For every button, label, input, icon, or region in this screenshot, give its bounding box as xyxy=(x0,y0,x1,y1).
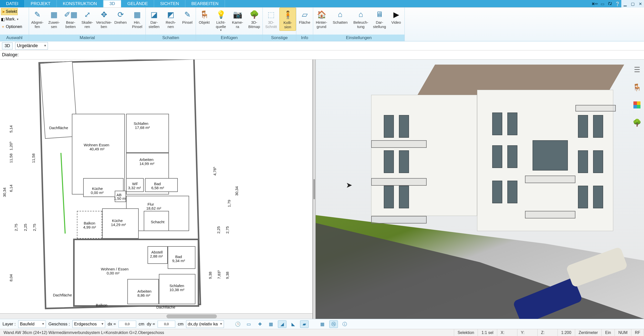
schatten-settings-button[interactable]: ⌂Schatten xyxy=(330,8,350,26)
room-schlafen-1[interactable] xyxy=(126,114,169,153)
optionen-button[interactable]: ＋ Optionen xyxy=(1,23,22,30)
view-splitter[interactable] xyxy=(313,60,316,319)
tree-icon[interactable]: 🌳 xyxy=(632,118,642,128)
balcony xyxy=(371,216,427,223)
window xyxy=(507,113,517,135)
hinpinsel-button[interactable]: ▦Hin. Pinsel xyxy=(129,8,145,30)
tab-datei[interactable]: DATEI xyxy=(0,0,25,7)
bearbeiten-button[interactable]: ✐▦Bear- beiten xyxy=(62,8,79,30)
wohnen2-area: 0,00 m² xyxy=(107,271,120,275)
flaeche-button[interactable]: ▱Fläche xyxy=(296,8,313,26)
beleuchtung-label: Beleuch- tung xyxy=(353,20,368,29)
hintergrund-button[interactable]: 🏠Hinter- grund xyxy=(313,8,330,30)
bitmap-button[interactable]: 🌳3D- Bitmap xyxy=(246,8,262,30)
snap3-icon[interactable]: ▰ xyxy=(300,320,309,328)
clock-icon[interactable]: 🕒 xyxy=(233,320,242,328)
plan-canvas[interactable]: Dachfläche Wohnen Essen 40,49 m² Schlafe… xyxy=(0,60,312,319)
geschoss-combo[interactable]: Erdgeschos▼ xyxy=(72,320,105,328)
splitter-grip[interactable] xyxy=(313,179,315,199)
snap2-icon[interactable]: ◣ xyxy=(289,320,298,328)
drehen-button[interactable]: ⟳Drehen xyxy=(112,8,129,26)
window xyxy=(507,181,517,203)
schatten-settings-label: Schatten xyxy=(333,20,347,24)
north-icon[interactable]: Ⓝ xyxy=(329,320,338,328)
plan-h-scrollbar[interactable] xyxy=(0,313,312,319)
calcshadow-icon: ◩ xyxy=(167,9,174,20)
group-auswahl-label: Auswahl xyxy=(0,35,29,41)
mode3-icon[interactable]: ▦ xyxy=(267,320,275,328)
objekt-button[interactable]: 🪑Objekt xyxy=(196,8,213,26)
status-scale[interactable]: 1:200 xyxy=(558,329,575,336)
status-unit[interactable]: Zentimeter xyxy=(575,329,602,336)
wohnen1-area: 40,49 m² xyxy=(90,147,104,151)
mark-button[interactable]: ◧ Mark. ▼ xyxy=(1,16,19,23)
dim-120: 1,20⁵ xyxy=(9,142,13,150)
assign-icon: ▦ xyxy=(50,9,57,20)
verschieben-button[interactable]: ✥Verschie- ben xyxy=(96,8,112,30)
schnitt-button[interactable]: ⬚3D- Schnitt xyxy=(263,8,279,30)
scroll-thumb[interactable] xyxy=(166,314,217,318)
building-3d[interactable] xyxy=(356,65,616,246)
furniture-icon[interactable]: 🪑 xyxy=(632,82,642,92)
tools-icon[interactable]: ✖✏ xyxy=(591,0,599,8)
colors-icon[interactable] xyxy=(632,100,642,110)
beleuchtung-button[interactable]: ⌂Beleuch- tung xyxy=(350,8,371,30)
dachflaeche3-label: Dachfläche xyxy=(156,305,175,309)
lichtquelle-button[interactable]: 💡Licht- quelle▼ xyxy=(213,8,229,33)
coordmode-combo[interactable]: dx,dy (relativ ka▼ xyxy=(186,320,224,328)
dy-input[interactable] xyxy=(158,321,175,328)
balcony xyxy=(575,105,616,111)
layer-combo[interactable]: Baufeld▼ xyxy=(18,320,46,328)
tab-konstruktion[interactable]: KONSTRUKTION xyxy=(57,0,103,7)
tab-sichten[interactable]: SICHTEN xyxy=(154,0,185,7)
refresh-icon[interactable]: 🗘 xyxy=(606,0,614,8)
help-icon[interactable]: ❔ xyxy=(614,0,621,8)
darstellen-label: Dar- stellen xyxy=(149,20,159,29)
selekt-button[interactable]: ➤ Selekt xyxy=(1,8,18,15)
rechnen-button[interactable]: ◩Rech- nen xyxy=(162,8,179,30)
bad1-area: 6,58 m² xyxy=(151,186,164,190)
zuweisen-button[interactable]: ▦Zuwei- sen xyxy=(46,8,62,30)
group-sonstige-label: Sonstige xyxy=(263,35,296,41)
tab-gelaende[interactable]: GELÄNDE xyxy=(121,0,154,7)
info-icon[interactable]: ⓘ xyxy=(340,320,349,328)
plan-2d-view[interactable]: Dachfläche Wohnen Essen 40,49 m² Schlafe… xyxy=(0,60,313,319)
darstellung-button[interactable]: 🖥Dar- stellung xyxy=(371,8,388,30)
tab-3d[interactable]: 3D xyxy=(103,0,121,7)
video-button[interactable]: ▶Video xyxy=(388,8,404,26)
terrain-combo[interactable]: Urgelände ▼ xyxy=(15,42,48,50)
balkon2-label: Balkon xyxy=(96,303,107,307)
layers-icon[interactable]: ☰ xyxy=(632,65,642,75)
darstellung-label: Dar- stellung xyxy=(373,20,386,29)
balcony xyxy=(371,178,427,186)
grid-icon[interactable]: ▦ xyxy=(318,320,327,328)
tab-bearbeiten[interactable]: BEARBEITEN xyxy=(185,0,225,7)
pinsel-button[interactable]: ✎Pinsel xyxy=(179,8,196,26)
window xyxy=(593,115,603,138)
kamera-button[interactable]: 📷Kame- ra xyxy=(229,8,246,30)
window-restore-icon[interactable]: ▢ xyxy=(629,0,636,8)
dim-225: 2,25 xyxy=(23,224,27,231)
dim-783: 7,83⁵ xyxy=(217,270,221,279)
darstellen-button[interactable]: ◪Dar- stellen xyxy=(146,8,162,30)
scale-icon: ⤢ xyxy=(84,9,91,20)
window-close-icon[interactable]: ✕ xyxy=(636,0,644,8)
mode1-icon[interactable]: ▭ xyxy=(245,320,253,328)
mode-3d-toggle[interactable]: 3D xyxy=(2,42,13,49)
abgreifen-button[interactable]: ✎Abgrei- fen xyxy=(29,8,46,30)
tab-projekt[interactable]: PROJEKT xyxy=(25,0,57,7)
bottom-toolbar: Layer : Baufeld▼ Geschoss : Erdgeschos▼ … xyxy=(0,319,644,329)
chevron-down-icon: ▼ xyxy=(220,322,223,326)
skalieren-button[interactable]: ⤢Skalie- ren xyxy=(79,8,96,30)
view-3d[interactable]: ➤ ☰ 🪑 🌳 xyxy=(316,60,644,319)
dx-input[interactable] xyxy=(119,321,136,328)
window-minimize-icon[interactable]: ▁ xyxy=(621,0,629,8)
kollision-button[interactable]: 🧍Kolli- sion xyxy=(279,8,296,31)
view3d-canvas[interactable]: ➤ xyxy=(316,60,644,319)
monitor-icon[interactable]: ▭ xyxy=(599,0,606,8)
flur-area: 18,62 m² xyxy=(146,206,161,210)
snap1-icon[interactable]: ◢ xyxy=(278,320,286,328)
balkon1-name: Balkon xyxy=(84,221,95,225)
mode2-icon[interactable]: ❖ xyxy=(256,320,264,328)
group-schatten-label: Schatten xyxy=(146,35,196,41)
